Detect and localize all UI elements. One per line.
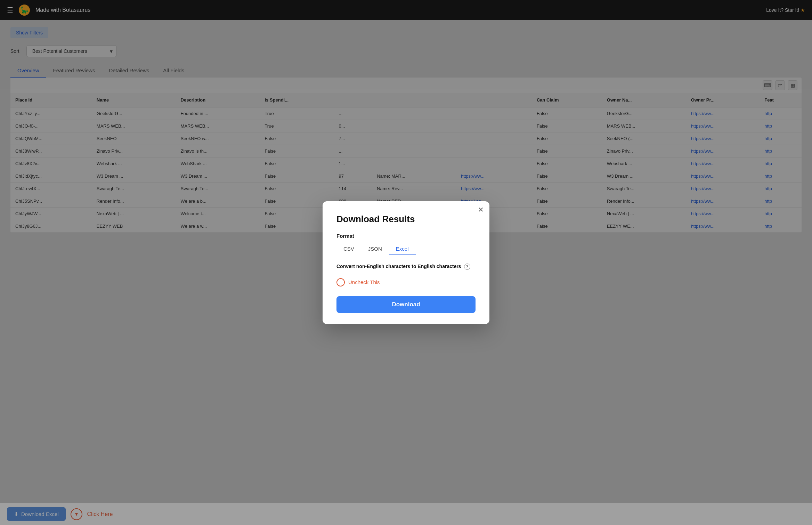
modal-title: Download Results: [336, 214, 476, 225]
format-label: Format: [336, 233, 476, 239]
convert-checkbox[interactable]: [336, 278, 345, 286]
download-button[interactable]: Download: [336, 296, 476, 313]
uncheck-row: Uncheck This: [336, 278, 476, 286]
format-tab-json[interactable]: JSON: [361, 243, 389, 255]
help-icon[interactable]: ?: [464, 264, 470, 270]
format-tabs: CSV JSON Excel: [336, 243, 476, 255]
convert-label: Convert non-English characters to Englis…: [336, 264, 476, 270]
download-modal: ✕ Download Results Format CSV JSON Excel…: [323, 201, 489, 324]
format-tab-excel[interactable]: Excel: [389, 243, 416, 255]
format-tab-csv[interactable]: CSV: [336, 243, 361, 255]
uncheck-label: Uncheck This: [348, 279, 380, 285]
convert-row: Convert non-English characters to Englis…: [336, 264, 476, 270]
modal-close-button[interactable]: ✕: [478, 206, 484, 213]
modal-overlay[interactable]: ✕ Download Results Format CSV JSON Excel…: [0, 0, 812, 525]
